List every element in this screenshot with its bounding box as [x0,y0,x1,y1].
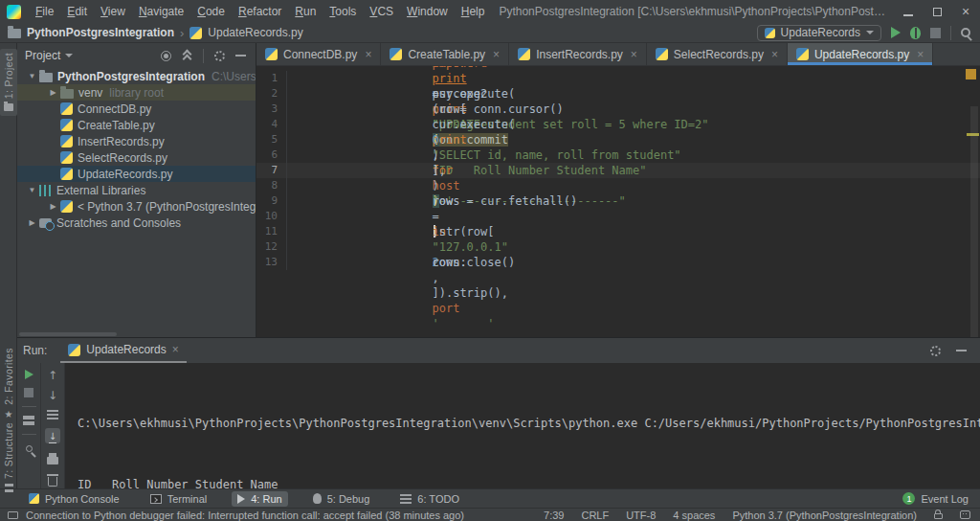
editor-tab[interactable]: UpdateRecords.py × [788,43,933,65]
editor-tab-label: UpdateRecords.py [814,48,909,61]
toolwindow-button-label: Python Console [45,493,120,505]
project-tree-item[interactable]: External Libraries [17,182,256,198]
breadcrumb-file[interactable]: UpdateRecords.py [208,26,302,39]
status-message[interactable]: Connection to Python debugger failed: In… [26,510,464,521]
toolwindow-button[interactable]: 4: Run [232,491,287,507]
toolwindow-button[interactable]: 6: TODO [394,491,465,507]
toolwindow-button[interactable]: Python Console [23,491,125,507]
menu-item[interactable]: Navigate [132,3,190,20]
run-configuration-select[interactable]: UpdateRecords [757,25,881,41]
project-tree-item[interactable]: SelectRecords.py [17,149,256,166]
project-tree-item[interactable]: ConnectDB.py [17,101,256,117]
print-icon[interactable] [47,457,58,464]
pin-tab-icon[interactable] [26,445,33,452]
toolwindow-stripe-structure[interactable]: 7: Structure [0,422,17,492]
tree-item-label: InsertRecords.py [78,135,165,148]
run-button[interactable] [891,27,901,38]
status-item[interactable]: Python 3.7 (PythonPostgresIntegration) [732,510,917,521]
menu-item[interactable]: Refactor [232,3,288,20]
status-bar: Connection to Python debugger failed: In… [0,508,980,521]
tab-close-icon[interactable]: × [631,48,637,61]
minimize-button[interactable] [894,0,923,23]
menu-item[interactable]: Help [455,3,492,20]
tree-expand-arrow-icon[interactable] [25,218,39,227]
toolwindow-bar: Python Console Terminal 4: Run 5: Debug … [0,488,980,508]
status-item[interactable]: 7:39 [544,510,564,521]
maximize-button[interactable] [923,0,951,23]
window-controls: × [894,0,980,23]
close-button[interactable]: × [951,0,980,23]
menu-item[interactable]: VCS [363,3,400,20]
menu-item[interactable]: Run [288,3,323,20]
breadcrumb-project[interactable]: PythonPostgresIntegration [27,26,174,39]
stop-process-button[interactable] [24,388,33,397]
editor-tab[interactable]: ConnectDB.py × [256,43,381,65]
gear-icon[interactable] [214,51,225,61]
chevron-down-icon[interactable] [65,54,73,57]
toolwindow-stripe-project[interactable]: 1: Project [0,49,17,116]
toolwindow-stripe-favorites[interactable]: 2: Favorites ★ [0,348,17,419]
run-tab[interactable]: UpdateRecords × [60,338,186,363]
clear-console-icon[interactable] [48,477,57,487]
inspection-status-indicator[interactable] [966,69,976,79]
project-tree-item[interactable]: PythonPostgresIntegration C:\Users\ekhmu… [17,68,256,84]
project-tree-item[interactable]: UpdateRecords.py [17,166,256,182]
gear-icon[interactable] [930,346,941,356]
collapse-all-icon[interactable] [182,50,192,61]
tree-expand-arrow-icon[interactable] [25,186,39,194]
editor-tab[interactable]: CreateTable.py × [381,43,509,65]
window-title: PythonPostgresIntegration [C:\Users\ekhm… [491,5,894,18]
python-file-icon [518,48,530,60]
status-item[interactable]: CRLF [581,510,609,521]
project-folder-icon [8,29,21,38]
event-log-button[interactable]: 1 Event Log [902,492,969,505]
run-tab-close-icon[interactable]: × [172,343,179,356]
tree-item-icon [60,200,73,213]
scroll-to-end-icon[interactable] [45,428,60,443]
restore-layout-icon[interactable] [23,416,34,425]
tree-expand-arrow-icon[interactable] [46,202,60,211]
rerun-button[interactable] [25,370,33,379]
up-stacktrace-icon[interactable]: ↑ [48,370,57,381]
menu-item[interactable]: Code [190,3,232,20]
search-everywhere-icon[interactable] [961,28,970,37]
project-horizontal-scrollbar[interactable] [19,332,117,336]
menu-item[interactable]: View [94,3,132,20]
highlighting-level-icon[interactable] [960,510,970,519]
menu-item[interactable]: File [29,3,60,20]
line-number: 11 [256,224,287,239]
hide-panel-icon[interactable] [956,350,967,351]
tab-close-icon[interactable]: × [917,48,924,61]
tab-close-icon[interactable]: × [365,48,371,61]
hide-panel-icon[interactable] [235,55,246,57]
project-panel-title[interactable]: Project [25,49,60,62]
locate-file-icon[interactable] [161,51,171,61]
menu-item[interactable]: Edit [60,3,94,20]
tab-close-icon[interactable]: × [771,48,778,61]
stop-button[interactable] [930,28,941,38]
toolwindow-button[interactable]: 5: Debug [307,491,376,507]
soft-wrap-icon[interactable] [47,410,58,419]
debug-button[interactable] [910,27,921,39]
project-tree-item[interactable]: CreateTable.py [17,117,256,133]
tab-close-icon[interactable]: × [493,48,500,61]
tree-expand-arrow-icon[interactable] [25,72,39,80]
menu-item[interactable]: Window [400,3,455,20]
code-editor[interactable]: 1 import psycopg2 [256,66,980,337]
project-tree-item[interactable]: < Python 3.7 (PythonPostgresIntegration)… [17,198,256,215]
project-tree-item[interactable]: InsertRecords.py [17,133,256,149]
menu-item[interactable]: Tools [323,3,363,20]
project-tree-item[interactable]: venv library root [17,84,256,101]
line-number: 13 [256,255,287,270]
editor-tab[interactable]: SelectRecords.py × [647,43,788,65]
status-item[interactable]: 4 spaces [673,510,715,521]
down-stacktrace-icon[interactable]: ↓ [48,390,57,401]
run-console-output[interactable]: C:\Users\ekhmusi\PythonProjects\PythonPo… [65,363,980,488]
status-item[interactable]: UTF-8 [626,510,656,521]
editor-vertical-scrollbar[interactable] [970,106,978,337]
toolwindow-button[interactable]: Terminal [145,491,213,507]
lock-icon[interactable] [934,513,943,519]
tree-expand-arrow-icon[interactable] [46,88,60,97]
editor-tab[interactable]: InsertRecords.py × [509,43,647,65]
project-tree-item[interactable]: Scratches and Consoles [17,215,256,231]
